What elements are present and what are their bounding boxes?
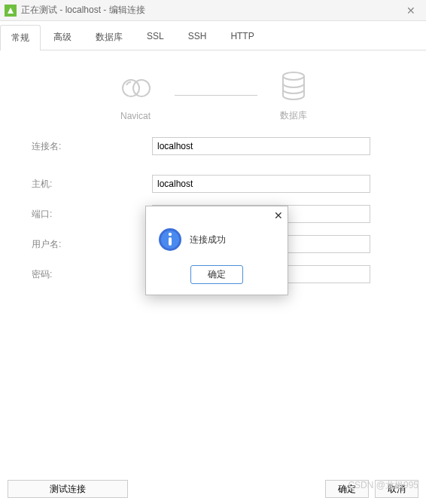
message-dialog: ✕ 连接成功 确定 xyxy=(145,206,288,295)
svg-point-3 xyxy=(283,72,304,80)
user-label: 用户名: xyxy=(32,238,152,251)
watermark: CSDN @龙枫995 xyxy=(348,479,418,492)
modal-message: 连接成功 xyxy=(190,234,226,246)
tab-ssl[interactable]: SSL xyxy=(135,24,175,50)
tab-bar: 常规 高级 数据库 SSL SSH HTTP xyxy=(0,21,426,50)
tab-http[interactable]: HTTP xyxy=(219,24,265,50)
modal-ok-button[interactable]: 确定 xyxy=(190,265,243,284)
window-title: 正在测试 - localhost - 编辑连接 xyxy=(21,4,400,17)
host-input[interactable] xyxy=(152,175,370,193)
app-icon xyxy=(5,5,17,17)
tab-general[interactable]: 常规 xyxy=(0,25,41,50)
diagram-right-label: 数据库 xyxy=(280,109,307,122)
svg-point-7 xyxy=(169,233,172,236)
close-icon[interactable]: ✕ xyxy=(400,5,421,17)
conn-name-label: 连接名: xyxy=(32,140,152,153)
navicat-icon xyxy=(119,70,152,106)
conn-name-input[interactable] xyxy=(152,137,370,155)
port-label: 端口: xyxy=(32,208,152,221)
connection-diagram: Navicat 数据库 xyxy=(0,50,426,130)
tab-database[interactable]: 数据库 xyxy=(84,24,134,50)
titlebar: 正在测试 - localhost - 编辑连接 ✕ xyxy=(0,0,426,21)
database-icon xyxy=(280,69,307,105)
tab-ssh[interactable]: SSH xyxy=(177,24,218,50)
pass-label: 密码: xyxy=(32,268,152,281)
svg-rect-6 xyxy=(169,237,172,246)
test-connection-button[interactable]: 测试连接 xyxy=(8,480,128,498)
modal-close-icon[interactable]: ✕ xyxy=(274,209,283,221)
diagram-line xyxy=(175,95,257,96)
svg-point-2 xyxy=(133,80,150,96)
host-label: 主机: xyxy=(32,178,152,191)
diagram-left-label: Navicat xyxy=(119,111,152,121)
tab-advanced[interactable]: 高级 xyxy=(42,24,83,50)
info-icon xyxy=(158,228,182,252)
